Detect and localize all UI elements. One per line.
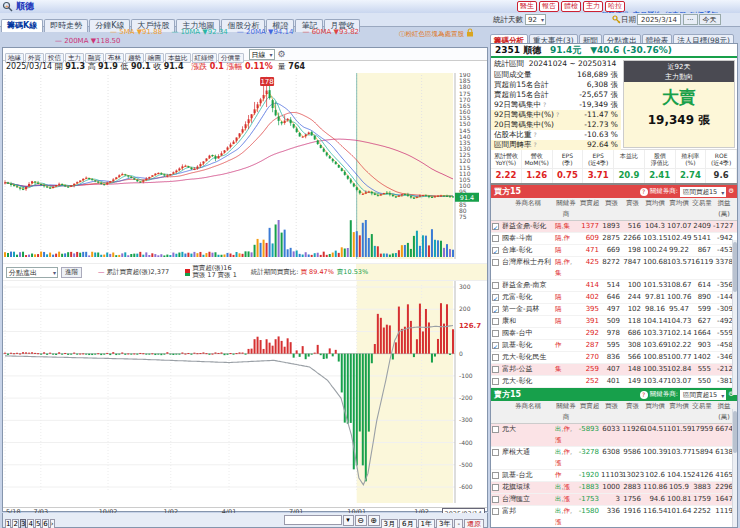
row-checkbox[interactable] [492,496,499,503]
row-checkbox[interactable]: ✓ [492,247,499,254]
table-row[interactable]: 康和隔391509118104.14104.73627-492 [491,316,737,328]
date-picker-button[interactable]: ··· [683,14,698,25]
row-checkbox[interactable] [492,354,499,361]
help-icon[interactable]: ? [534,140,537,150]
today-button[interactable]: 今天 [699,14,721,25]
row-checkbox[interactable] [492,426,499,433]
buy-key-select[interactable]: 區間買超15 [680,187,726,197]
page-button[interactable]: 6 [42,519,48,528]
range-button[interactable]: 6月 [399,519,416,528]
buy-section-header: 買方15 ? 關鍵券商: 區間買超15 ⚙ [491,185,737,198]
row-checkbox[interactable] [492,330,499,337]
table-row[interactable]: ✓合庫-彰化隔471669198100.2499.22867-453 [491,245,737,257]
zoom-out-icon[interactable]: ⊖ [355,515,367,526]
row-checkbox[interactable] [492,235,499,242]
table-row[interactable]: 台灣摩根士丹利隔,作,集42582727847100.68103.5716119… [491,257,737,280]
source-select[interactable]: 分點進出 [6,267,58,278]
quick-button[interactable]: 主力 [583,1,603,12]
row-checkbox[interactable] [492,282,499,289]
help-icon[interactable]: ? [556,110,559,120]
row-checkbox[interactable] [492,366,499,373]
table-row[interactable]: ✓群益金鼎-彰化隔,集13771893516104.3107.072409-17… [491,221,737,233]
buy-lots: 1893 [601,221,622,232]
range-button[interactable]: 3年 [436,519,453,528]
row-checkbox[interactable] [492,472,499,479]
table-row[interactable]: ✓凱基-彰化作287595308103.69102.22903-458 [491,340,737,352]
sell-table-scrollbar[interactable] [732,409,737,527]
zoom-in-icon[interactable]: ⊕ [368,515,380,526]
stat-days-select[interactable]: 92 [525,14,546,25]
quick-button[interactable]: 報告 [539,1,559,12]
table-row[interactable]: 富邦出,作,漲-15803361916116.54101.6422521119 [491,506,737,528]
page-button[interactable]: 2 [12,519,18,528]
table-row[interactable]: 元大-彰化252401149103.47103.07550-381 [491,376,737,388]
table-row[interactable]: 富邦-公益集259407148100.35102.84555-212 [491,364,737,376]
col-header: 賣張 [622,401,643,423]
row-checkbox[interactable] [492,318,499,325]
sell-key-select[interactable]: 區間賣超15 [680,390,726,400]
page-button[interactable]: 4 [27,519,33,528]
jump-input[interactable] [284,515,342,525]
help-icon[interactable]: ? [543,100,546,110]
period-select[interactable]: 日線 [249,49,275,60]
sell-lots: 1916 [622,506,643,528]
quick-button[interactable]: 醫生 [517,1,537,12]
price-chart[interactable]: 7580859095100105110115120125130135140145… [3,73,487,259]
jump-dropdown[interactable]: ▾ [343,515,354,526]
flow-chart[interactable]: -600-500-400-300-200-1000200300126.7 [3,281,487,503]
row-checkbox[interactable] [492,484,499,491]
gear-icon[interactable]: ⚙ [278,49,286,59]
table-row[interactable]: ✓第一金-員林隔39549710298.1695.47599-309 [491,304,737,316]
filter-gear-icon[interactable]: ⚙ [728,185,734,198]
row-checkbox[interactable]: ✓ [492,223,499,230]
magnifier-icon[interactable]: + [2,1,13,12]
date-input[interactable]: 2025/3/14 [637,14,681,25]
page-button[interactable]: › [50,519,55,528]
table-row[interactable]: 摩根大通出,作,漲-327863089586100.39103.77158946… [491,447,737,470]
table-row[interactable]: 國泰-斗南隔,作60928752266103.15102.495141-942 [491,233,737,245]
buy-table-rows: ✓群益金鼎-彰化隔,集13771893516104.3107.072409-17… [491,221,737,388]
table-row[interactable]: 花旗環球出,漲-188310002883110.86105.938832296 [491,482,737,494]
table-row[interactable]: 元大-彰化民生270836566100.85100.771402-346 [491,352,737,364]
row-checkbox[interactable]: ✓ [492,342,499,349]
table-row[interactable]: 元大出,作,漲-5893603311926104.51101.591795966… [491,424,737,447]
advanced-button[interactable]: 進階 [61,267,82,278]
buy-avg: 110.86 [643,482,667,493]
table-row[interactable]: 台灣匯立出,漲-17533175694.6100.8117591647 [491,494,737,506]
metric-value: 9.6 [706,168,737,184]
broker-marks: 作 [554,470,578,481]
ma-legend-item: — 5MA ▼91.88 [110,28,162,36]
row-checkbox[interactable] [492,259,499,266]
range-button[interactable]: 還原 [464,519,484,528]
page-button[interactable]: 1 [5,519,11,528]
row-checkbox[interactable]: ✓ [492,306,499,313]
page-button[interactable]: 3 [20,519,26,528]
help-icon[interactable]: ? [534,130,537,140]
buy-avg: 103.37 [643,328,667,339]
broker-name: 花旗環球 [502,482,554,493]
lock-icon[interactable] [466,28,474,37]
range-button[interactable]: 1年 [418,519,435,528]
table-row[interactable]: ✓元富-彰化隔40264624497.81100.76890-144 [491,292,737,304]
row-checkbox[interactable] [492,449,499,456]
table-row[interactable]: 群益金鼎-南京414514100101.53108.67614-356 [491,280,737,292]
tab-0[interactable]: 籌碼K線 [1,19,43,32]
broker-name: 凱基-台北 [502,470,554,481]
range-button[interactable]: 3月 [381,519,398,528]
range-button[interactable]: - [454,519,463,528]
row-checkbox[interactable] [492,378,499,385]
metric-value: 2.74 [676,168,707,184]
buy-table-scrollbar[interactable] [732,240,737,395]
table-row[interactable]: 凱基-台北作-19201110313023102.6104.1524126416… [491,470,737,482]
tab-1[interactable]: 即時走勢 [44,19,88,32]
sell-lots: 118 [622,316,643,327]
quick-button[interactable]: 體檢 [561,1,581,12]
help-icon[interactable]: ? [640,391,648,399]
net-volume: -1580 [578,506,601,528]
sell-avg: 102.22 [667,340,691,351]
page-button[interactable]: 5 [35,519,41,528]
help-icon[interactable]: ? [640,188,648,196]
table-row[interactable]: 國泰-台中292978686103.37102.141664-559 [491,328,737,340]
row-checkbox[interactable] [492,508,499,515]
row-checkbox[interactable]: ✓ [492,294,499,301]
